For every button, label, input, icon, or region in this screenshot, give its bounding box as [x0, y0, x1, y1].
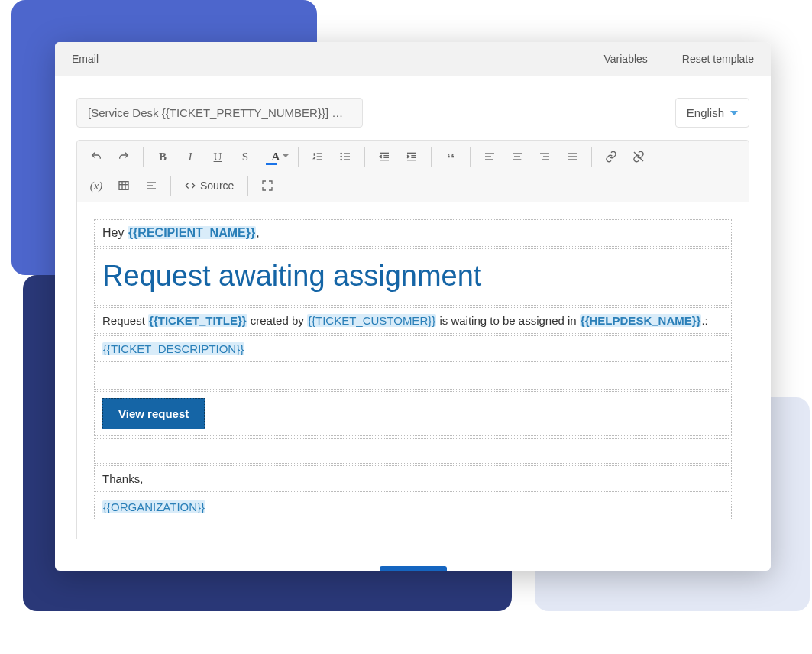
email-title[interactable]: Request awaiting assignment — [94, 248, 732, 306]
toolbar-separator — [591, 147, 592, 167]
source-button[interactable]: Source — [177, 173, 241, 199]
undo-button[interactable] — [83, 144, 109, 170]
helpdesk-name-var[interactable]: {{HELPDESK_NAME}} — [580, 314, 702, 327]
top-row: [Service Desk {{TICKET_PRETTY_NUMBER}}] … — [76, 98, 749, 128]
tab-reset-template[interactable]: Reset template — [665, 42, 771, 76]
strikethrough-button[interactable]: S — [232, 144, 258, 170]
language-select[interactable]: English — [675, 98, 749, 128]
thanks-line[interactable]: Thanks, — [94, 465, 732, 492]
toolbar-separator — [247, 176, 248, 196]
tab-email[interactable]: Email — [55, 42, 587, 76]
ticket-title-var[interactable]: {{TICKET_TITLE}} — [148, 314, 247, 327]
button-row[interactable]: View request — [94, 391, 732, 436]
body-line-1[interactable]: Request {{TICKET_TITLE}} created by {{TI… — [94, 307, 732, 334]
underline-button[interactable]: U — [205, 144, 231, 170]
align-left-button[interactable] — [477, 144, 503, 170]
chevron-down-icon — [730, 111, 738, 115]
greeting-suffix: , — [256, 226, 259, 239]
indent-button[interactable] — [399, 144, 425, 170]
text: .: — [701, 314, 707, 327]
redo-button[interactable] — [111, 144, 137, 170]
template-editor-panel: Email Variables Reset template [Service … — [55, 42, 771, 571]
source-label: Source — [200, 180, 234, 192]
align-justify-button[interactable] — [559, 144, 585, 170]
ticket-customer-var[interactable]: {{TICKET_CUSTOMER}} — [307, 314, 436, 327]
editor-content[interactable]: Hey {{RECIPIENT_NAME}}, Request awaiting… — [76, 202, 749, 539]
italic-button[interactable]: I — [177, 144, 203, 170]
org-line[interactable]: {{ORGANIZATION}} — [94, 494, 732, 520]
toolbar-separator — [470, 147, 471, 167]
svg-point-8 — [341, 159, 341, 160]
svg-point-6 — [341, 153, 341, 154]
ticket-description-var[interactable]: {{TICKET_DESCRIPTION}} — [102, 342, 244, 355]
toolbar-separator — [143, 147, 144, 167]
text: created by — [247, 314, 307, 327]
paragraph-align-button[interactable] — [138, 173, 164, 199]
text: Request — [102, 314, 148, 327]
toolbar-separator — [170, 176, 171, 196]
toolbar-separator — [364, 147, 365, 167]
greeting-line[interactable]: Hey {{RECIPIENT_NAME}}, — [94, 219, 732, 247]
svg-point-7 — [341, 156, 341, 157]
outdent-button[interactable] — [371, 144, 397, 170]
align-center-button[interactable] — [504, 144, 530, 170]
link-button[interactable] — [598, 144, 624, 170]
svg-rect-30 — [119, 182, 128, 190]
bold-button[interactable]: B — [150, 144, 176, 170]
toolbar-separator — [431, 147, 432, 167]
editor-toolbar: B I U S A — [76, 140, 749, 202]
view-request-button[interactable]: View request — [102, 398, 205, 429]
rich-text-editor: B I U S A — [76, 140, 749, 539]
footer-accent — [380, 566, 447, 571]
language-label: English — [687, 106, 724, 119]
subject-input[interactable]: [Service Desk {{TICKET_PRETTY_NUMBER}}] … — [76, 98, 363, 128]
blockquote-button[interactable] — [438, 144, 464, 170]
header-bar: Email Variables Reset template — [55, 42, 771, 76]
greeting-prefix: Hey — [102, 226, 128, 239]
spacer-cell[interactable] — [94, 438, 732, 464]
code-icon — [185, 180, 196, 191]
spacer-cell[interactable] — [94, 364, 732, 390]
table-button[interactable] — [111, 173, 137, 199]
maximize-button[interactable] — [254, 173, 280, 199]
tab-variables[interactable]: Variables — [587, 42, 665, 76]
text-color-button[interactable]: A — [260, 144, 292, 170]
toolbar-separator — [298, 147, 299, 167]
text: is waiting to be assigned in — [436, 314, 580, 327]
align-right-button[interactable] — [532, 144, 558, 170]
unordered-list-button[interactable] — [332, 144, 358, 170]
ordered-list-button[interactable] — [305, 144, 331, 170]
insert-variable-button[interactable]: (x) — [83, 173, 109, 199]
editor-body-area: [Service Desk {{TICKET_PRETTY_NUMBER}}] … — [55, 76, 771, 561]
organization-var[interactable]: {{ORGANIZATION}} — [102, 500, 205, 513]
recipient-name-var[interactable]: {{RECIPIENT_NAME}} — [128, 226, 256, 239]
description-line[interactable]: {{TICKET_DESCRIPTION}} — [94, 335, 732, 362]
unlink-button[interactable] — [626, 144, 652, 170]
